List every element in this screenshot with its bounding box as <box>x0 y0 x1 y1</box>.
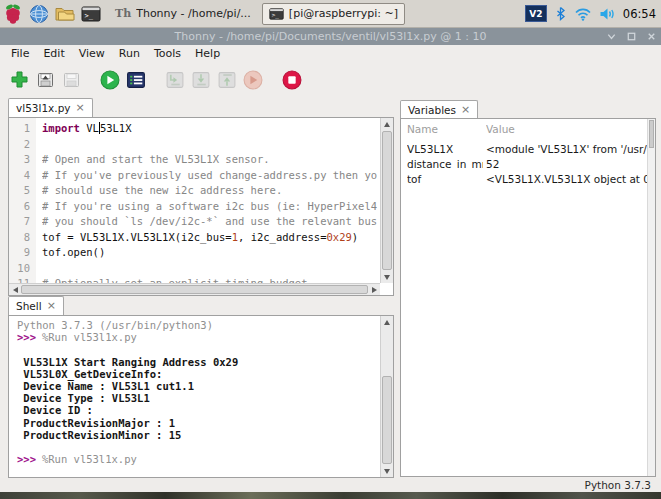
scroll-down-arrow[interactable] <box>381 465 393 477</box>
code-comment: # Optionally set an explicit timing budg… <box>42 276 380 283</box>
shell-text-area[interactable]: Python 3.7.3 (/usr/bin/python3) >>>%Run … <box>9 319 380 477</box>
volume-icon[interactable] <box>599 7 616 21</box>
code-comment: # you should `ls /dev/i2c-*` and use the… <box>42 214 380 230</box>
variable-row[interactable]: VL53L1X <module 'VL53L1X' from '/usr/loc… <box>401 143 647 158</box>
stop-button[interactable] <box>280 68 304 92</box>
scrollbar-thumb[interactable] <box>382 376 392 464</box>
run-script-button[interactable] <box>98 68 122 92</box>
scrollbar-thumb[interactable] <box>649 120 654 148</box>
scroll-down-arrow[interactable] <box>381 271 393 283</box>
maximize-icon[interactable] <box>626 31 637 42</box>
menu-tools[interactable]: Tools <box>147 47 188 60</box>
code-comment: # Open and start the VL53L1X sensor. <box>42 152 380 168</box>
taskbar-button-label: Thonny - /home/pi/... <box>136 7 251 20</box>
web-browser-launcher[interactable] <box>26 1 52 27</box>
window-title: Thonny - /home/pi/Documents/ventil/vl53l… <box>175 30 487 43</box>
variable-row[interactable]: distance_in_mm 52 <box>401 158 647 173</box>
editor-tab-label: vl53l1x.py <box>16 102 71 114</box>
system-tray: V2 06:54 <box>525 5 661 22</box>
column-header-name[interactable]: Name <box>407 123 483 135</box>
new-file-button[interactable] <box>7 68 31 92</box>
step-over-icon <box>165 70 185 90</box>
tab-variables[interactable]: Variables × <box>400 100 478 119</box>
scroll-left-arrow[interactable] <box>9 284 21 295</box>
minimize-icon[interactable] <box>606 31 617 42</box>
variables-scrollbar[interactable] <box>647 119 655 476</box>
keyword-import: import <box>42 122 80 134</box>
file-manager-launcher[interactable] <box>52 1 78 27</box>
editor-horizontal-scrollbar[interactable] <box>9 283 380 295</box>
clock[interactable]: 06:54 <box>623 7 656 21</box>
scroll-up-arrow[interactable] <box>381 316 393 328</box>
close-icon[interactable] <box>646 31 657 42</box>
variables-panel: Name Value VL53L1X <module 'VL53L1X' fro… <box>400 118 656 477</box>
code-comment: # If you've previously used change-addre… <box>42 168 380 184</box>
scrollbar-thumb[interactable] <box>21 285 368 294</box>
tab-close-icon[interactable]: × <box>76 103 85 113</box>
resume-icon <box>243 70 263 90</box>
shell-output-line: Device Type : VL53L1 <box>17 392 380 404</box>
resume-button[interactable] <box>241 68 265 92</box>
bluetooth-icon[interactable] <box>554 6 567 21</box>
debug-icon <box>126 70 146 90</box>
step-into-button[interactable] <box>189 68 213 92</box>
python-version-label: Python 3.7.3 <box>585 479 651 491</box>
line-number-gutter: 1 2 3 4 5 6 7 8 9 10 11 <box>9 118 36 283</box>
step-over-button[interactable] <box>163 68 187 92</box>
variables-tab-label: Variables <box>408 104 456 116</box>
thonny-app-icon: Th <box>115 7 131 20</box>
menu-view[interactable]: View <box>72 47 112 60</box>
terminal-launcher[interactable]: >_ <box>78 1 104 27</box>
shell-command: %Run vl53l1x.py <box>42 453 137 465</box>
title-bar[interactable]: Thonny - /home/pi/Documents/ventil/vl53l… <box>0 28 661 45</box>
tab-close-icon[interactable]: × <box>461 105 470 115</box>
code-line: tof.open() <box>42 245 380 261</box>
svg-text:>_: >_ <box>85 11 94 19</box>
scroll-right-arrow[interactable] <box>368 284 380 295</box>
tab-close-icon[interactable]: × <box>47 301 56 311</box>
menu-run[interactable]: Run <box>112 47 147 60</box>
shell-tab-bar: Shell × <box>8 296 64 315</box>
raspberry-menu-icon[interactable] <box>0 1 26 27</box>
step-out-button[interactable] <box>215 68 239 92</box>
line-number: 8 <box>9 230 36 246</box>
shell-banner: Python 3.7.3 (/usr/bin/python3) <box>17 319 380 331</box>
line-number: 9 <box>9 245 36 261</box>
scrollbar-thumb[interactable] <box>382 131 392 270</box>
window-controls <box>606 28 657 45</box>
line-number: 4 <box>9 168 36 184</box>
menu-help[interactable]: Help <box>188 47 227 60</box>
wifi-icon[interactable] <box>574 7 592 21</box>
variable-row[interactable]: tof <VL53L1X.VL53L1X object at 0xb5 <box>401 173 647 188</box>
debug-script-button[interactable] <box>124 68 148 92</box>
taskbar-button-terminal[interactable]: >_ [pi@raspberrypi: ~] <box>262 3 405 25</box>
editor-vertical-scrollbar[interactable] <box>380 118 393 283</box>
variable-value: 52 <box>486 158 647 170</box>
step-out-icon <box>217 70 237 90</box>
save-file-button[interactable] <box>59 68 83 92</box>
scroll-up-arrow[interactable] <box>381 118 393 130</box>
shell-panel: Python 3.7.3 (/usr/bin/python3) >>>%Run … <box>8 315 394 478</box>
variable-name: distance_in_mm <box>407 158 483 170</box>
terminal-icon: >_ <box>269 8 284 20</box>
column-header-value[interactable]: Value <box>486 123 647 135</box>
taskbar-button-thonny[interactable]: Th Thonny - /home/pi/... <box>108 3 258 25</box>
menu-edit[interactable]: Edit <box>36 47 71 60</box>
tab-vl53l1x-py[interactable]: vl53l1x.py × <box>8 98 93 117</box>
taskbar: >_ Th Thonny - /home/pi/... >_ [pi@raspb… <box>0 0 661 28</box>
open-file-button[interactable] <box>33 68 57 92</box>
shell-output-line: Device ID : <box>17 404 380 416</box>
stop-icon <box>282 70 302 90</box>
plus-icon <box>10 70 29 89</box>
vnc-icon[interactable]: V2 <box>525 5 547 22</box>
editor-tab-bar: vl53l1x.py × <box>8 98 93 117</box>
shell-output-line: VL53L1X Start Ranging Address 0x29 <box>17 356 380 368</box>
shell-vertical-scrollbar[interactable] <box>380 316 393 477</box>
menu-file[interactable]: File <box>4 47 36 60</box>
screen: { "taskbar": { "buttons": [ { "label": "… <box>0 0 661 499</box>
tab-shell[interactable]: Shell × <box>8 296 64 315</box>
raspberry-icon <box>3 3 23 25</box>
line-number: 2 <box>9 137 36 153</box>
code-text-area[interactable]: import VL53L1X # Open and start the VL53… <box>42 121 380 283</box>
variable-value: <VL53L1X.VL53L1X object at 0xb5 <box>486 173 647 185</box>
